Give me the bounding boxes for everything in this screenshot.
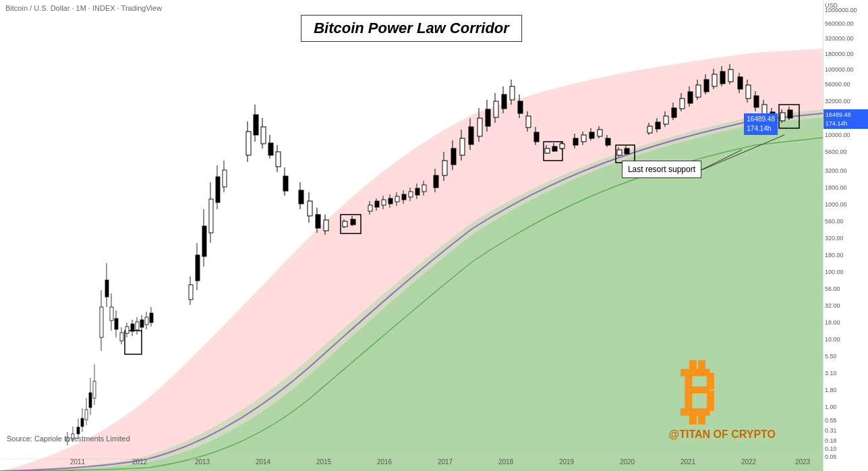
svg-rect-139: [606, 138, 610, 145]
price-1-0: 1.00: [825, 404, 837, 410]
candles-2013-peak: [246, 105, 288, 196]
last-resort-support-label: Last resort support: [622, 161, 701, 178]
svg-rect-16: [100, 307, 103, 337]
svg-rect-163: [738, 77, 743, 89]
candles-2012: [125, 307, 153, 337]
price-180: 180.00: [825, 252, 844, 258]
svg-rect-52: [254, 115, 258, 135]
svg-rect-28: [131, 324, 134, 331]
svg-rect-122: [552, 146, 557, 151]
svg-rect-103: [478, 118, 482, 136]
svg-rect-14: [93, 381, 96, 398]
price-100: 100.00: [825, 269, 844, 275]
price-18: 18.00: [825, 319, 840, 326]
price-0-05: 0.05: [825, 453, 837, 460]
price-32000: 32000.00: [825, 98, 850, 105]
price-badge-sub: 174.14h: [826, 119, 867, 128]
price-1800: 1800.00: [825, 184, 847, 191]
chart-container: Bitcoin / U.S. Dollar · 1M · INDEX · Tra…: [0, 0, 823, 471]
svg-rect-107: [494, 101, 498, 117]
svg-rect-60: [283, 176, 288, 191]
x-label-2019: 2019: [559, 458, 574, 466]
price-56000: 56000.00: [825, 81, 850, 88]
svg-rect-165: [746, 85, 751, 99]
x-label-2014: 2014: [256, 458, 270, 466]
x-label-2022: 2022: [741, 458, 756, 466]
svg-rect-50: [246, 132, 251, 155]
svg-rect-46: [216, 177, 220, 202]
svg-rect-105: [486, 109, 490, 126]
svg-rect-40: [196, 255, 200, 281]
svg-rect-64: [308, 201, 312, 216]
svg-rect-58: [276, 152, 281, 167]
svg-rect-131: [617, 150, 622, 155]
svg-rect-167: [754, 96, 759, 107]
x-label-2023: 2023: [795, 458, 810, 466]
current-price-value: 16489.48: [747, 115, 775, 124]
svg-rect-89: [415, 188, 419, 195]
current-price-sub: 174.14h: [747, 124, 775, 134]
x-label-2020: 2020: [620, 458, 635, 466]
price-10: 10.00: [825, 336, 840, 343]
svg-rect-135: [589, 132, 594, 138]
price-320000: 320000.00: [825, 35, 854, 42]
x-label-2018: 2018: [498, 458, 513, 466]
svg-rect-34: [145, 317, 148, 325]
price-1000000: 1000000.00: [825, 7, 857, 13]
bitcoin-logo: ₿: [661, 356, 735, 431]
price-0-31: 0.31: [825, 427, 837, 434]
svg-rect-75: [368, 205, 372, 211]
svg-rect-99: [460, 138, 465, 155]
svg-rect-20: [110, 307, 113, 321]
svg-rect-157: [712, 74, 717, 86]
price-32: 32.00: [825, 302, 840, 309]
price-3-1: 3.10: [825, 370, 837, 377]
x-label-2016: 2016: [377, 458, 392, 466]
svg-rect-153: [696, 85, 701, 97]
svg-rect-141: [647, 126, 652, 133]
svg-rect-145: [664, 116, 668, 124]
svg-rect-87: [409, 192, 413, 197]
svg-rect-12: [89, 393, 92, 408]
svg-text:₿: ₿: [681, 356, 716, 431]
svg-rect-30: [136, 322, 139, 330]
price-0-10: 0.10: [825, 445, 837, 452]
x-label-2017: 2017: [438, 458, 453, 466]
svg-rect-101: [469, 127, 473, 144]
price-320: 320.00: [825, 235, 844, 242]
source-label: Source: Capriole Investments Limited: [7, 435, 130, 443]
svg-rect-68: [324, 220, 328, 231]
price-100000: 100000.00: [825, 66, 854, 73]
svg-rect-36: [150, 313, 153, 323]
x-label-2012: 2012: [132, 458, 147, 466]
svg-rect-137: [598, 130, 602, 136]
price-1-8: 1.80: [825, 387, 837, 393]
price-0-55: 0.55: [825, 417, 837, 424]
svg-rect-149: [680, 99, 685, 109]
price-560000: 560000.00: [825, 20, 854, 27]
candles-2010-2011: [66, 364, 96, 445]
svg-rect-81: [388, 198, 393, 204]
candles-2013: [189, 161, 227, 305]
svg-rect-124: [560, 144, 565, 148]
svg-rect-93: [434, 175, 438, 188]
highlight-box-2011: [125, 331, 142, 354]
price-badge-main: 16489.48: [826, 111, 867, 119]
svg-rect-174: [780, 113, 785, 121]
svg-rect-38: [189, 285, 193, 300]
svg-rect-133: [625, 148, 629, 154]
svg-rect-126: [573, 138, 578, 145]
svg-rect-54: [261, 127, 266, 144]
svg-rect-71: [343, 221, 347, 227]
svg-rect-120: [545, 148, 550, 153]
price-1000: 1000.00: [825, 201, 847, 208]
price-560: 560.00: [825, 218, 844, 225]
svg-rect-18: [105, 280, 109, 297]
svg-rect-62: [299, 190, 303, 204]
svg-rect-6: [77, 427, 80, 434]
svg-rect-128: [581, 135, 586, 142]
svg-rect-73: [351, 219, 355, 225]
svg-rect-115: [526, 116, 531, 128]
x-label-2021: 2021: [681, 458, 695, 466]
price-10000: 10000.00: [825, 132, 850, 138]
